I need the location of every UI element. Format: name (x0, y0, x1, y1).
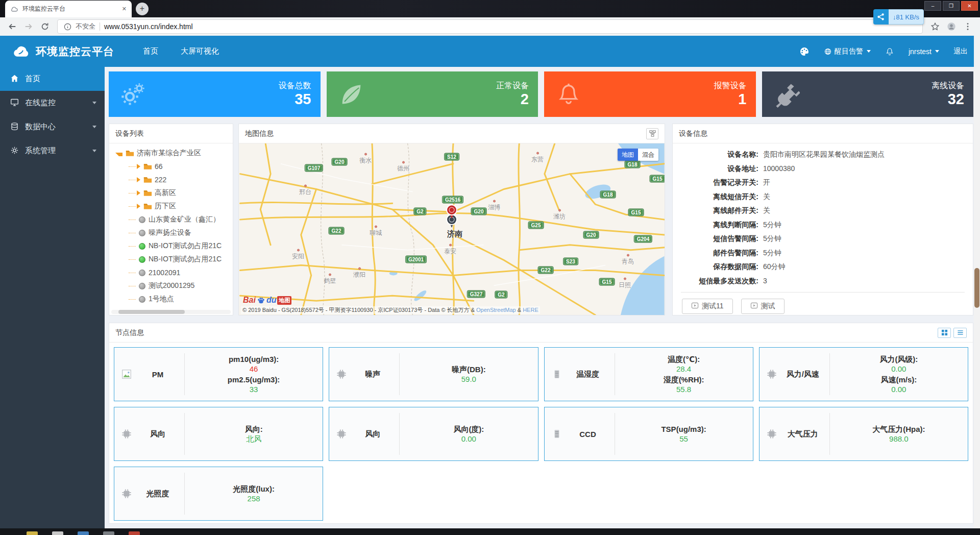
broken-image-icon (121, 369, 132, 380)
table-view-icon-button[interactable] (953, 328, 967, 338)
tree-node[interactable]: 测试20001295 (110, 279, 233, 293)
info-icon[interactable] (64, 23, 71, 31)
road-badge: G15 (650, 175, 665, 183)
logout-button[interactable]: 退出 (953, 47, 968, 56)
road-badge: S23 (563, 258, 578, 265)
download-speed-badge[interactable]: ↓81 KB/s (873, 9, 924, 25)
tree-node-label: 济南市某综合产业区 (137, 149, 201, 158)
node-info-title: 节点信息 (115, 328, 144, 337)
device-status-icon (139, 256, 145, 263)
tree-node[interactable]: NB-IOT测试勿占用21C (110, 253, 233, 266)
map-copyright: © 2019 Baidu - GS(2018)5572号 - 甲测资字11009… (241, 306, 540, 314)
windows-taskbar[interactable] (0, 528, 980, 535)
tree-node[interactable]: 山东黄金矿业（鑫汇） (110, 213, 233, 226)
theme-palette-icon[interactable] (799, 46, 810, 57)
sidebar-item[interactable]: 在线监控 (0, 91, 105, 115)
folder-icon (143, 176, 152, 184)
tree-node[interactable]: 21002091 (110, 266, 233, 279)
road-badge: S12 (444, 153, 459, 161)
tree-node[interactable]: 高新区 (110, 186, 233, 200)
road-badge: G20 (332, 158, 348, 166)
app-title: 环境监控云平台 (36, 44, 114, 59)
road-badge: G107 (305, 164, 323, 172)
grid-view-icon-button[interactable] (938, 328, 951, 338)
user-menu[interactable]: jnrstest (909, 47, 939, 56)
home-icon (10, 74, 19, 84)
forward-icon[interactable] (21, 19, 36, 34)
nav-item-1[interactable]: 大屏可视化 (181, 46, 219, 56)
sensor-card: CCDTSP(ug/m3):55 (544, 407, 753, 461)
tree-node[interactable]: 66 (110, 160, 233, 173)
gears-icon (120, 81, 146, 108)
tree-expander-icon[interactable] (115, 153, 122, 156)
metric-label: TSP(ug/m3): (661, 424, 706, 434)
road-badge: G22 (538, 266, 554, 274)
bell-icon (555, 81, 582, 108)
network-icon (873, 9, 889, 25)
test-button[interactable]: 测试11 (682, 299, 733, 314)
metric-value: 55 (661, 434, 706, 444)
refresh-icon[interactable] (38, 19, 52, 34)
sidebar-item[interactable]: 系统管理 (0, 139, 105, 163)
new-tab-button[interactable]: + (136, 3, 149, 15)
road-badge: G22 (329, 227, 345, 235)
back-icon[interactable] (5, 19, 19, 34)
page-vertical-scrollbar[interactable] (974, 36, 980, 528)
tree-expander-icon[interactable] (137, 177, 140, 182)
browser-tab-bar: 环境监控云平台 ✕ + – ❐ ✕ (0, 0, 980, 17)
tree-node[interactable]: NB-IOT测试勿占用21C (110, 239, 233, 253)
map-tool-icon[interactable] (646, 128, 658, 139)
test-button[interactable]: 测试 (741, 299, 785, 314)
map-type-button[interactable]: 地图 (618, 149, 638, 161)
tree-node-label: 222 (155, 176, 166, 184)
browser-tab[interactable]: 环境监控云平台 ✕ (5, 1, 132, 17)
tree-node[interactable]: 1号地点 (110, 293, 233, 306)
bookmark-star-icon[interactable] (928, 19, 942, 34)
tree-node-label: NB-IOT测试勿占用21C (149, 241, 222, 251)
alarm-mode-dropdown[interactable]: 醒目告警 (824, 47, 871, 56)
sidebar: 首页在线监控数据中心系统管理 (0, 67, 105, 528)
city-dot-icon (627, 254, 629, 257)
stat-value: 2 (496, 91, 529, 108)
tree-node[interactable]: 噪声扬尘设备 (110, 226, 233, 239)
window-close-button[interactable]: ✕ (961, 1, 978, 11)
sidebar-item[interactable]: 数据中心 (0, 115, 105, 139)
map-type-button[interactable]: 混合 (638, 149, 658, 161)
info-value: 开 (763, 178, 770, 187)
tree-expander-icon[interactable] (137, 204, 140, 209)
url-text[interactable]: www.0531yun.cn/index.html (104, 22, 193, 31)
device-info-row: 邮件告警间隔:5分钟 (681, 249, 965, 258)
sidebar-item[interactable]: 首页 (0, 67, 105, 91)
metric-value: 33 (228, 384, 280, 394)
browser-menu-icon[interactable] (961, 19, 975, 34)
baidu-map-viewport[interactable]: 衡水德州东营淄博潍坊邢台聊城济南泰安青岛日照安阳鹤壁濮阳G107G20S12G1… (239, 143, 665, 315)
device-tree: 济南市某综合产业区66222高新区历下区山东黄金矿业（鑫汇）噪声扬尘设备NB-I… (109, 143, 233, 306)
window-restore-button[interactable]: ❐ (943, 1, 960, 11)
tree-node[interactable]: 济南市某综合产业区 (110, 147, 233, 160)
tree-expander-icon[interactable] (137, 190, 140, 196)
avatar-icon[interactable] (944, 19, 959, 34)
tree-node-label: 历下区 (155, 202, 176, 211)
tree-horizontal-scrollbar[interactable] (111, 310, 231, 314)
info-label: 邮件告警间隔: (681, 249, 758, 258)
tree-expander-icon[interactable] (137, 164, 140, 169)
notification-bell-icon[interactable] (885, 47, 894, 56)
sensor-card: 大气压力大气压力(Hpa):988.0 (759, 407, 968, 461)
tree-node[interactable]: 历下区 (110, 200, 233, 213)
info-label: 离线邮件开关: (681, 206, 758, 215)
tree-node-label: 21002091 (149, 269, 180, 277)
road-badge: G18 (625, 161, 641, 168)
device-status-icon (139, 270, 145, 276)
address-bar[interactable]: 不安全 www.0531yun.cn/index.html (57, 19, 923, 34)
stat-value: 32 (932, 91, 964, 108)
nav-item-0[interactable]: 首页 (143, 46, 158, 56)
chevron-down-icon (867, 50, 871, 53)
sidebar-item-label: 系统管理 (25, 146, 56, 156)
scrollbar-thumb[interactable] (974, 268, 979, 308)
metric-label: 风向(度): (453, 424, 484, 434)
tree-node[interactable]: 222 (110, 173, 233, 186)
tab-close-icon[interactable]: ✕ (122, 6, 127, 12)
road-badge: G15 (628, 209, 644, 216)
sensor-card: 温湿度温度(℃):28.4湿度(%RH):55.8 (544, 347, 753, 401)
window-minimize-button[interactable]: – (924, 1, 941, 11)
